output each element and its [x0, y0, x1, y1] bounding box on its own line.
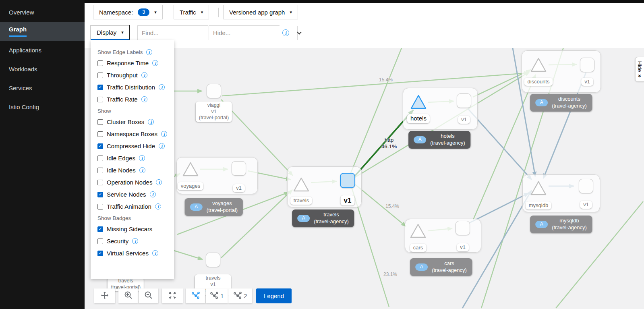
service-node-travels-service[interactable] — [292, 176, 310, 194]
info-icon[interactable]: i — [155, 203, 161, 209]
checkbox-idle-edges[interactable] — [97, 156, 103, 161]
node-label-cars-v1: v1 — [457, 243, 469, 251]
checkbox-compressed-hide[interactable]: ✓ — [97, 143, 103, 149]
fit-icon — [168, 291, 177, 301]
footer-button-zoom-out[interactable] — [139, 288, 158, 303]
info-icon[interactable]: i — [150, 191, 156, 197]
info-icon[interactable]: i — [141, 72, 147, 78]
voyages-group-label[interactable]: Avoyages(travel-portal) — [185, 198, 243, 216]
sidebar-item-istio-config[interactable]: Istio Config — [0, 97, 85, 116]
mysqldb-group-label[interactable]: Amysqldb(travel-agency) — [530, 216, 592, 233]
service-node-hotels-service[interactable] — [410, 94, 427, 112]
display-option-throughput[interactable]: Throughputi — [97, 72, 174, 79]
sidebar-item-graph[interactable]: Graph — [0, 22, 85, 41]
checkbox-traffic-distribution[interactable]: ✓ — [97, 85, 103, 90]
sidebar-item-workloads[interactable]: Workloads — [0, 60, 85, 79]
display-option-idle-nodes[interactable]: Idle Nodesi — [97, 167, 174, 174]
toolbar-separator — [169, 8, 169, 17]
cars-group-label[interactable]: Acars(travel-agency) — [410, 258, 472, 276]
graph-type-dropdown[interactable]: Versioned app graph ▾ — [223, 5, 298, 19]
display-option-compressed-hide[interactable]: ✓Compressed Hidei — [97, 143, 174, 149]
traffic-dropdown[interactable]: Traffic ▾ — [174, 5, 209, 19]
workload-node-travels-v1[interactable] — [340, 173, 355, 188]
workload-node-discounts-v1[interactable] — [580, 58, 594, 72]
info-icon[interactable]: i — [141, 96, 147, 102]
display-option-traffic-distribution[interactable]: ✓Traffic Distributioni — [97, 84, 174, 91]
info-icon[interactable]: i — [148, 119, 154, 125]
workload-node-viaggi-v1[interactable] — [207, 84, 221, 98]
workload-node-mysqldb-v1[interactable] — [579, 179, 593, 193]
service-node-voyages-service[interactable] — [182, 161, 199, 179]
footer-button-pan[interactable] — [94, 288, 115, 303]
workload-node-cars-v1[interactable] — [456, 221, 470, 235]
hide-tab-label: Hide — [637, 61, 643, 72]
sidebar-item-overview[interactable]: Overview — [0, 3, 85, 22]
display-option-service-nodes[interactable]: ✓Service Nodesi — [97, 191, 174, 198]
info-icon[interactable]: i — [159, 84, 165, 90]
display-option-label: Security — [107, 238, 128, 245]
namespace-dropdown[interactable]: Namespace: 3 ▾ — [93, 5, 163, 19]
checkbox-security[interactable] — [97, 238, 103, 244]
info-icon[interactable]: i — [159, 143, 165, 149]
checkbox-virtual-services[interactable]: ✓ — [97, 251, 103, 256]
info-icon[interactable]: i — [139, 155, 145, 161]
footer-button-zoom-in[interactable] — [118, 288, 138, 303]
info-icon[interactable]: i — [156, 179, 162, 185]
checkbox-traffic-rate[interactable] — [97, 97, 103, 102]
display-option-security[interactable]: Securityi — [97, 238, 174, 245]
sidebar-item-applications[interactable]: Applications — [0, 41, 85, 60]
find-hide-help-icon[interactable]: i — [282, 29, 289, 36]
service-node-discounts-service[interactable] — [530, 57, 547, 75]
graph-edge[interactable] — [350, 45, 403, 175]
display-option-traffic-rate[interactable]: Traffic Ratei — [97, 96, 174, 103]
legend-button[interactable]: Legend — [256, 288, 292, 303]
workload-node-travels-portal-v1[interactable] — [206, 253, 220, 267]
caret-down-icon: ▾ — [154, 10, 157, 15]
info-icon[interactable]: i — [152, 250, 158, 256]
checkbox-operation-nodes[interactable] — [97, 180, 103, 185]
sidebar-item-services[interactable]: Services — [0, 79, 85, 97]
footer-button-fit[interactable] — [162, 288, 183, 303]
layout-number: 1 — [220, 292, 224, 299]
hide-options-toggle[interactable] — [297, 26, 301, 40]
checkbox-service-nodes[interactable]: ✓ — [97, 192, 103, 197]
display-option-cluster-boxes[interactable]: Cluster Boxesi — [97, 118, 174, 125]
info-icon[interactable]: i — [139, 167, 145, 173]
footer-button-layout-default[interactable] — [186, 288, 205, 303]
hotels-group-label[interactable]: Ahotels(travel-agency) — [408, 131, 470, 149]
app-badge: A — [535, 99, 548, 106]
display-dropdown-button[interactable]: Display ▾ — [91, 25, 130, 40]
namespace-count-badge: 3 — [138, 8, 149, 16]
sidebar-item-label: Workloads — [9, 66, 37, 73]
info-icon[interactable]: i — [132, 238, 138, 244]
display-option-traffic-animation[interactable]: Traffic Animationi — [97, 203, 174, 210]
info-icon[interactable]: i — [146, 49, 152, 55]
display-option-response-time[interactable]: Response Timei — [97, 60, 174, 66]
travels-agency-group-label[interactable]: Atravels(travel-agency) — [292, 209, 354, 227]
display-option-missing-sidecars[interactable]: ✓Missing Sidecars — [97, 226, 174, 232]
service-node-cars-service[interactable] — [409, 223, 427, 241]
checkbox-cluster-boxes[interactable] — [97, 119, 103, 125]
display-option-namespace-boxes[interactable]: Namespace Boxesi — [97, 131, 174, 137]
footer-button-layout-2[interactable]: 2 — [228, 288, 252, 303]
workload-node-hotels-v1[interactable] — [457, 93, 471, 108]
graph-edge[interactable] — [174, 251, 203, 259]
display-option-operation-nodes[interactable]: Operation Nodesi — [97, 179, 174, 186]
checkbox-response-time[interactable] — [97, 60, 103, 66]
zoom-in-icon — [124, 291, 133, 301]
checkbox-idle-nodes[interactable] — [97, 168, 103, 173]
info-icon[interactable]: i — [161, 131, 167, 137]
discounts-group-label[interactable]: Adiscounts(travel-agency) — [530, 94, 592, 112]
hide-panel-tab[interactable]: Hide » — [635, 57, 644, 82]
info-icon[interactable]: i — [152, 60, 158, 66]
display-option-label: Idle Edges — [107, 155, 135, 162]
footer-button-layout-1[interactable]: 1 — [206, 288, 228, 303]
checkbox-traffic-animation[interactable] — [97, 204, 103, 209]
checkbox-namespace-boxes[interactable] — [97, 131, 103, 137]
service-node-mysqldb-service[interactable] — [530, 180, 547, 198]
display-option-idle-edges[interactable]: Idle Edgesi — [97, 155, 174, 162]
checkbox-throughput[interactable] — [97, 73, 103, 78]
workload-node-voyages-v1[interactable] — [232, 161, 246, 176]
checkbox-missing-sidecars[interactable]: ✓ — [97, 226, 103, 232]
display-option-virtual-services[interactable]: ✓Virtual Servicesi — [97, 250, 174, 257]
